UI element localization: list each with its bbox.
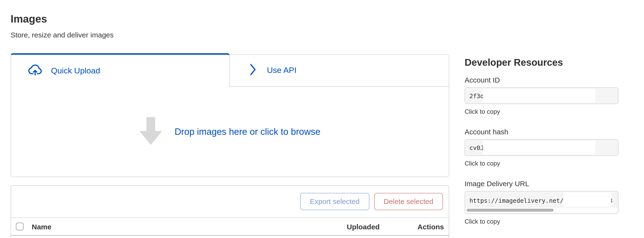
image-delivery-url-label: Image Delivery URL — [464, 179, 618, 188]
account-id-value-box[interactable]: 2f3d — [464, 87, 618, 104]
delete-selected-button[interactable]: Delete selected — [374, 193, 443, 210]
redaction-overlay — [483, 89, 596, 103]
horizontal-scrollbar-thumb[interactable] — [466, 209, 554, 212]
account-id-value: 2f3d — [470, 92, 484, 100]
account-id-copy-hint: Click to copy — [464, 108, 618, 116]
tab-quick-upload-label: Quick Upload — [51, 66, 100, 76]
tab-use-api-label: Use API — [267, 66, 296, 75]
export-selected-button[interactable]: Export selected — [300, 193, 369, 210]
table-header-row: Name Uploaded Actions — [11, 218, 449, 236]
image-delivery-url-value-box[interactable]: https://imagedelivery.net/cv0JSj 3 — [464, 191, 618, 214]
column-header-actions: Actions — [418, 222, 444, 231]
account-hash-copy-hint: Click to copy — [464, 159, 618, 167]
table-toolbar: Export selected Delete selected — [11, 186, 449, 218]
upload-tabs: Quick Upload Use API — [10, 53, 449, 87]
redaction-overlay — [564, 192, 611, 207]
image-delivery-url-copy-hint: Click to copy — [464, 217, 618, 226]
account-hash-value: cv0J — [470, 144, 484, 151]
image-dropzone[interactable]: Drop images here or click to browse — [10, 87, 449, 177]
down-arrow-icon — [140, 117, 162, 147]
dropzone-label: Drop images here or click to browse — [174, 126, 320, 137]
redaction-overlay — [483, 141, 596, 154]
column-header-name: Name — [32, 222, 347, 231]
select-all-checkbox[interactable] — [16, 223, 24, 230]
images-page: Images Store, resize and deliver images … — [0, 0, 644, 238]
images-table-panel: Export selected Delete selected Name Upl… — [10, 185, 449, 238]
chevron-right-icon — [250, 63, 256, 78]
page-subtitle: Store, resize and deliver images — [10, 30, 449, 40]
main-column: Images Store, resize and deliver images … — [10, 0, 449, 238]
sidebar-title: Developer Resources — [464, 57, 618, 69]
cloud-upload-icon — [28, 64, 43, 78]
account-hash-label: Account hash — [464, 127, 618, 136]
page-title: Images — [10, 12, 449, 26]
account-id-label: Account ID — [464, 75, 618, 85]
horizontal-scrollbar-track — [466, 207, 618, 213]
account-hash-value-box[interactable]: cv0J — [464, 139, 618, 156]
tab-quick-upload[interactable]: Quick Upload — [10, 53, 230, 87]
tab-use-api[interactable]: Use API — [230, 54, 449, 87]
developer-resources-sidebar: Developer Resources Account ID 2f3d Clic… — [464, 0, 618, 226]
column-header-uploaded: Uploaded — [347, 222, 418, 231]
